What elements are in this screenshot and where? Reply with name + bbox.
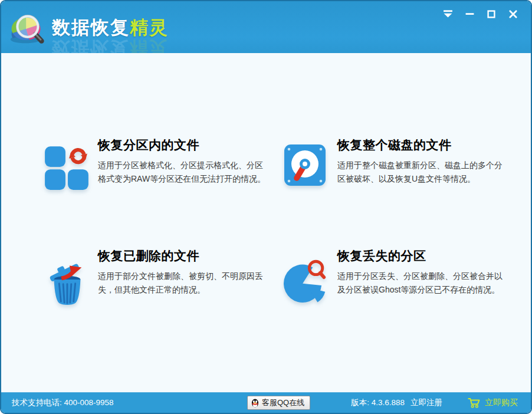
menu-dropdown-button[interactable]	[442, 9, 454, 21]
trash-can-arrow-icon	[44, 252, 90, 308]
option-card-partition-files[interactable]: 恢复分区内的文件 适用于分区被格式化、分区提示格式化、分区格式变为RAW等分区还…	[44, 138, 268, 192]
option-description: 适用于整个磁盘被重新分区、磁盘上的多个分区被破坏、以及恢复U盘文件等情况。	[337, 159, 507, 186]
close-icon	[508, 9, 518, 21]
menu-dropdown-icon	[443, 9, 453, 21]
version-label: 版本: 4.3.6.888	[351, 397, 405, 408]
register-link[interactable]: 立即注册	[411, 397, 442, 408]
buy-now-button[interactable]: 立即购买	[467, 397, 518, 408]
option-text-block: 恢复整个磁盘的文件 适用于整个磁盘被重新分区、磁盘上的多个分区被破坏、以及恢复U…	[337, 138, 507, 191]
option-card-deleted-files[interactable]: 恢复已删除的文件 适用于部分文件被删除、被剪切、不明原因丢失，但其他文件正常的情…	[44, 249, 268, 308]
pie-chart-magnifier-logo-icon	[8, 9, 46, 47]
option-description: 适用于部分文件被删除、被剪切、不明原因丢失，但其他文件正常的情况。	[98, 270, 268, 297]
main-panel: 恢复分区内的文件 适用于分区被格式化、分区提示格式化、分区格式变为RAW等分区还…	[1, 53, 531, 392]
minimize-button[interactable]	[464, 9, 475, 21]
option-title: 恢复分区内的文件	[98, 138, 268, 152]
maximize-button[interactable]	[485, 9, 497, 21]
shopping-cart-icon	[467, 397, 481, 408]
app-title-main: 数据恢复	[52, 17, 130, 38]
status-bar: 技术支持电话: 400-008-9958 客服QQ在线 版本: 4.3.6.88…	[1, 392, 531, 413]
buy-now-label: 立即购买	[485, 397, 518, 408]
option-text-block: 恢复已删除的文件 适用于部分文件被删除、被剪切、不明原因丢失，但其他文件正常的情…	[98, 249, 268, 308]
option-title: 恢复已删除的文件	[98, 249, 268, 262]
qq-service-button[interactable]: 客服QQ在线	[247, 396, 310, 410]
window-controls	[442, 9, 519, 21]
option-description: 适用于分区被格式化、分区提示格式化、分区格式变为RAW等分区还在但无法打开的情况…	[98, 159, 268, 186]
option-text-block: 恢复分区内的文件 适用于分区被格式化、分区提示格式化、分区格式变为RAW等分区还…	[98, 138, 268, 192]
partition-blocks-refresh-icon	[44, 142, 90, 192]
option-text-block: 恢复丢失的分区 适用于分区丢失、分区被删除、分区被合并以及分区被误Ghost等源…	[337, 249, 507, 308]
maximize-icon	[487, 9, 496, 21]
support-phone-label: 技术支持电话: 400-008-9958	[12, 397, 114, 408]
close-button[interactable]	[507, 9, 519, 21]
qq-service-button-label: 客服QQ在线	[262, 397, 304, 408]
app-title: 数据恢复精灵	[52, 18, 169, 37]
option-title: 恢复丢失的分区	[337, 249, 507, 262]
minimize-icon	[465, 9, 475, 21]
option-title: 恢复整个磁盘的文件	[337, 138, 507, 152]
hard-disk-icon	[283, 142, 329, 191]
qq-penguin-icon	[251, 399, 259, 408]
app-title-accent: 精灵	[130, 17, 169, 38]
option-description: 适用于分区丢失、分区被删除、分区被合并以及分区被误Ghost等源分区已不存在的情…	[337, 270, 507, 297]
option-card-lost-partitions[interactable]: 恢复丢失的分区 适用于分区丢失、分区被删除、分区被合并以及分区被误Ghost等源…	[283, 249, 507, 308]
title-bar: 数据恢复精灵 数据恢复精灵	[1, 1, 531, 53]
option-card-disk-files[interactable]: 恢复整个磁盘的文件 适用于整个磁盘被重新分区、磁盘上的多个分区被破坏、以及恢复U…	[283, 138, 507, 191]
pie-slice-magnifier-icon	[283, 252, 329, 308]
app-title-area: 数据恢复精灵 数据恢复精灵	[52, 1, 169, 53]
version-area: 版本: 4.3.6.888 立即注册	[351, 397, 442, 408]
app-window: 数据恢复精灵 数据恢复精灵	[0, 0, 532, 414]
